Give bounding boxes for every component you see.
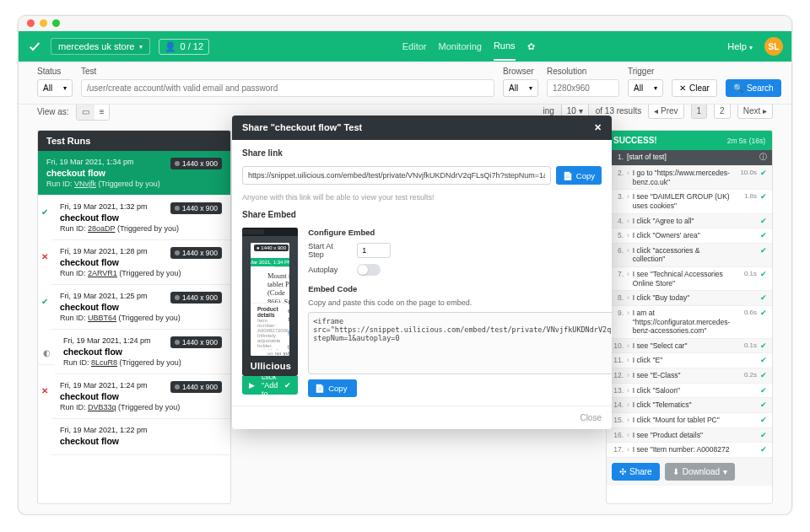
step-text: I am at "https://configurator.mercedes-b… (633, 309, 732, 336)
step-row[interactable]: 8.›I click "Buy today"✔ (607, 291, 772, 306)
play-icon[interactable]: ▶ (249, 381, 255, 390)
step-row[interactable]: 16.›I see "Product details"✔ (607, 428, 772, 443)
traffic-light-zoom[interactable] (52, 19, 60, 27)
tab-runs[interactable]: Runs (494, 32, 516, 61)
step-row[interactable]: 10.›I see "Select car"0.1s✔ (607, 339, 772, 354)
test-run-row[interactable]: ✔Fri, 19 Mar 2021, 1:25 pmcheckout flowR… (38, 285, 230, 330)
chevron-right-icon: › (627, 445, 629, 454)
step-text: I click "E" (633, 356, 732, 365)
close-icon[interactable]: ✕ (594, 122, 602, 133)
run-id: Run ID: UBBT64 (Triggered by you) (60, 314, 222, 322)
share-url-input[interactable] (242, 166, 551, 185)
download-button[interactable]: ⬇ Download ▾ (665, 463, 735, 481)
step-row[interactable]: 15.›I click "Mount for tablet PC"✔ (607, 413, 772, 428)
step-text: I see "Item number: A0008272 (633, 445, 732, 454)
status-select[interactable]: All▾ (37, 79, 73, 97)
step-number: 10. (612, 341, 624, 350)
resolution-input[interactable] (547, 79, 619, 97)
step-text: I click "Agree to all" (633, 217, 732, 226)
step-status-icon: ✔ (760, 169, 767, 177)
step-status-icon: ✔ (760, 270, 767, 278)
step-status-icon: ✔ (760, 386, 767, 395)
view-grid-button[interactable]: ▭ (77, 105, 94, 120)
test-run-row[interactable]: ✕Fri, 19 Mar 2021, 1:24 pmcheckout flowR… (38, 374, 230, 419)
step-row[interactable]: 13.›I click "Saloon"✔ (607, 384, 772, 399)
step-row[interactable]: 3.›I see "DAIMLER GROUP (UK) uses cookie… (607, 190, 772, 213)
topbar: mercedes uk store ▾ 👤 0 / 12 Editor Moni… (19, 31, 791, 62)
chevron-right-icon: › (627, 270, 629, 278)
step-row[interactable]: 4.›I click "Agree to all"✔ (607, 214, 772, 229)
uilicious-logo: UIlicious (251, 361, 292, 371)
run-id: Run ID: DVB33q (Triggered by you) (60, 403, 222, 411)
step-text: I see "E-Class" (633, 371, 732, 380)
test-input[interactable] (81, 79, 494, 97)
help-link[interactable]: Help ▾ (727, 41, 753, 51)
user-count-badge[interactable]: 👤 0 / 12 (159, 39, 209, 55)
project-selector[interactable]: mercedes uk store ▾ (51, 38, 150, 55)
share-button[interactable]: ✣ Share (612, 463, 660, 481)
step-row[interactable]: 5.›I click "Owners' area"✔ (607, 228, 772, 244)
step-row[interactable]: 7.›I see "Technical Accessories Online S… (607, 267, 772, 291)
clear-button[interactable]: ✕ Clear (672, 79, 717, 97)
embed-code-box[interactable]: <iframe src="https://snippet.uilicious.c… (308, 312, 612, 374)
step-text: I click "Telematics" (633, 400, 732, 410)
run-name: checkout flow (60, 436, 222, 446)
test-run-row[interactable]: ◐Fri, 19 Mar 2021, 1:24 pmcheckout flowR… (38, 330, 230, 374)
browser-label: Browser (503, 67, 538, 76)
step-row[interactable]: 2.›I go to "https://www.mercedes-benz.co… (607, 166, 772, 190)
chevron-right-icon: › (627, 386, 629, 395)
test-runs-panel: Test Runs Fri, 19 Mar 2021, 1:34 pmcheck… (37, 130, 231, 504)
pager-total: of 13 results (596, 106, 641, 116)
start-at-input[interactable] (357, 243, 391, 258)
chevron-right-icon: › (627, 309, 629, 317)
test-run-row[interactable]: ✔Fri, 19 Mar 2021, 1:32 pmcheckout flowR… (38, 196, 230, 240)
next-button[interactable]: Next ▸ (737, 105, 773, 119)
page-2[interactable]: 2 (714, 105, 731, 119)
step-row[interactable]: 11.›I click "E"✔ (607, 353, 772, 368)
copy-code-button[interactable]: 📄 Copy (308, 379, 357, 397)
traffic-light-close[interactable] (27, 19, 35, 27)
brand-logo-icon (27, 39, 42, 54)
step-row[interactable]: 12.›I see "E-Class"0.2s✔ (607, 368, 772, 384)
step-number: 16. (612, 431, 624, 439)
step-number: 8. (612, 293, 624, 302)
page-1[interactable]: 1 (691, 105, 708, 119)
step-time: 0.1s (735, 270, 757, 277)
gear-icon[interactable]: ✿ (527, 41, 535, 52)
traffic-light-minimize[interactable] (40, 19, 47, 27)
trigger-select[interactable]: All▾ (628, 79, 663, 97)
step-number: 2. (612, 169, 624, 177)
step-row[interactable]: 14.›I click "Telematics"✔ (607, 398, 772, 413)
step-number: 7. (612, 270, 624, 278)
info-icon[interactable]: ⓘ (759, 153, 767, 163)
prev-button[interactable]: ◂ Prev (648, 105, 683, 119)
step-status-icon: ✔ (760, 192, 767, 201)
status-label: Status (37, 67, 73, 76)
share-embed-label: Share Embed (242, 210, 602, 219)
tab-editor[interactable]: Editor (402, 33, 427, 60)
modal-close-button[interactable]: Close (232, 406, 612, 429)
autoplay-toggle[interactable] (357, 264, 381, 276)
copy-link-button[interactable]: 📄 Copy (556, 166, 602, 185)
search-button[interactable]: 🔍 Search (726, 79, 781, 97)
status-success-icon: ✔ (38, 207, 51, 217)
browser-select[interactable]: All▾ (503, 79, 538, 97)
user-avatar[interactable]: SL (764, 37, 783, 56)
step-status-icon: ✔ (760, 356, 767, 364)
result-header: SUCCESS! 2m 5s (16s) (607, 131, 772, 150)
view-list-button[interactable]: ≡ (94, 105, 110, 120)
step-row[interactable]: 17.›I see "Item number: A0008272✔ (607, 443, 772, 458)
result-footer: ✣ Share ⬇ Download ▾ (607, 458, 772, 486)
step-row[interactable]: 9.›I am at "https://configurator.mercede… (607, 306, 772, 339)
test-run-row[interactable]: ✕Fri, 19 Mar 2021, 1:28 pmcheckout flowR… (38, 240, 230, 285)
step-number: 3. (612, 192, 624, 201)
share-link-label: Share link (242, 148, 602, 158)
tab-monitoring[interactable]: Monitoring (439, 33, 482, 60)
step-text: I click "accessories & collection" (633, 246, 732, 264)
step-number: 14. (612, 400, 624, 409)
test-run-row[interactable]: Fri, 19 Mar 2021, 1:34 pmcheckout flowRu… (38, 151, 230, 196)
test-run-row[interactable]: Fri, 19 Mar 2021, 1:22 pmcheckout flow (38, 419, 230, 455)
result-status: SUCCESS! (613, 136, 657, 145)
resolution-label: Resolution (547, 67, 619, 76)
step-row[interactable]: 6.›I click "accessories & collection"✔ (607, 244, 772, 267)
